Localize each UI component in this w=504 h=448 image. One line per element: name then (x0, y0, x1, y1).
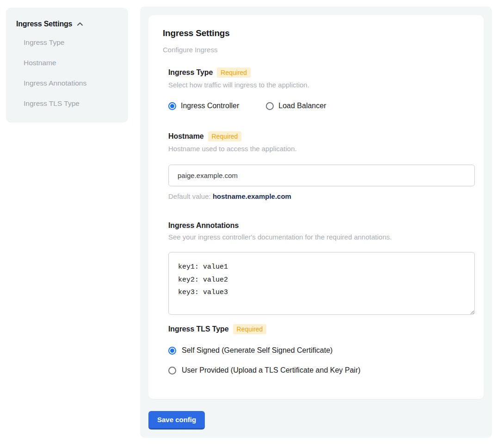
radio-label-self-signed[interactable]: Self Signed (Generate Self Signed Certif… (182, 346, 332, 355)
sidebar-item-ingress-tls-type[interactable]: Ingress TLS Type (24, 93, 118, 114)
hostname-default-value: hostname.example.com (213, 192, 291, 200)
radio-load-balancer[interactable] (266, 102, 274, 110)
radio-label-ingress-controller[interactable]: Ingress Controller (181, 102, 239, 110)
ingress-annotations-field: Ingress Annotations See your ingress con… (168, 221, 469, 315)
hostname-default-label: Default value: (168, 192, 213, 200)
sidebar-item-hostname[interactable]: Hostname (24, 53, 118, 73)
radio-label-load-balancer[interactable]: Load Balancer (278, 102, 326, 110)
sidebar-item-ingress-type[interactable]: Ingress Type (24, 32, 118, 53)
sidebar-item-ingress-annotations[interactable]: Ingress Annotations (24, 73, 118, 93)
save-config-button[interactable]: Save config (148, 411, 205, 430)
ingress-annotations-label: Ingress Annotations (168, 221, 239, 230)
hostname-input[interactable] (168, 165, 475, 186)
ingress-settings-panel: Ingress Settings Configure Ingress Ingre… (140, 6, 492, 438)
hostname-help: Hostname used to access the application. (168, 145, 469, 153)
radio-ingress-controller[interactable] (168, 102, 176, 110)
radio-self-signed[interactable] (168, 347, 176, 355)
hostname-label: Hostname (168, 132, 204, 141)
ingress-tls-type-field: Ingress TLS Type Required Self Signed (G… (168, 324, 469, 374)
ingress-type-help: Select how traffic will ingress to the a… (168, 81, 469, 89)
sidebar-item-list: Ingress Type Hostname Ingress Annotation… (24, 32, 118, 114)
ingress-annotations-textarea[interactable]: key1: value1 key2: value2 key3: value3 (168, 252, 475, 315)
radio-user-provided[interactable] (168, 367, 176, 374)
tls-option-self-signed: Self Signed (Generate Self Signed Certif… (168, 346, 469, 355)
ingress-annotations-help: See your ingress controller's documentat… (168, 233, 469, 241)
sidebar-section-title: Ingress Settings (16, 20, 72, 28)
required-badge: Required (217, 68, 251, 78)
sidebar-section-toggle[interactable]: Ingress Settings (16, 20, 118, 28)
ingress-settings-card: Ingress Settings Configure Ingress Ingre… (148, 15, 484, 399)
required-badge: Required (233, 324, 267, 334)
hostname-field: Hostname Required Hostname used to acces… (168, 131, 469, 200)
radio-label-user-provided[interactable]: User Provided (Upload a TLS Certificate … (182, 366, 361, 374)
ingress-type-label: Ingress Type (168, 68, 213, 77)
required-badge: Required (208, 131, 242, 141)
ingress-tls-type-label: Ingress TLS Type (168, 325, 229, 333)
page-subtitle: Configure Ingress (163, 46, 469, 54)
ingress-settings-sidebar: Ingress Settings Ingress Type Hostname I… (6, 8, 128, 123)
chevron-up-icon (76, 20, 84, 28)
page-title: Ingress Settings (163, 28, 469, 38)
ingress-type-radio-group: Ingress Controller Load Balancer (168, 102, 469, 110)
hostname-default-line: Default value: hostname.example.com (168, 192, 469, 200)
ingress-type-field: Ingress Type Required Select how traffic… (168, 68, 469, 110)
tls-option-user-provided: User Provided (Upload a TLS Certificate … (168, 366, 469, 374)
